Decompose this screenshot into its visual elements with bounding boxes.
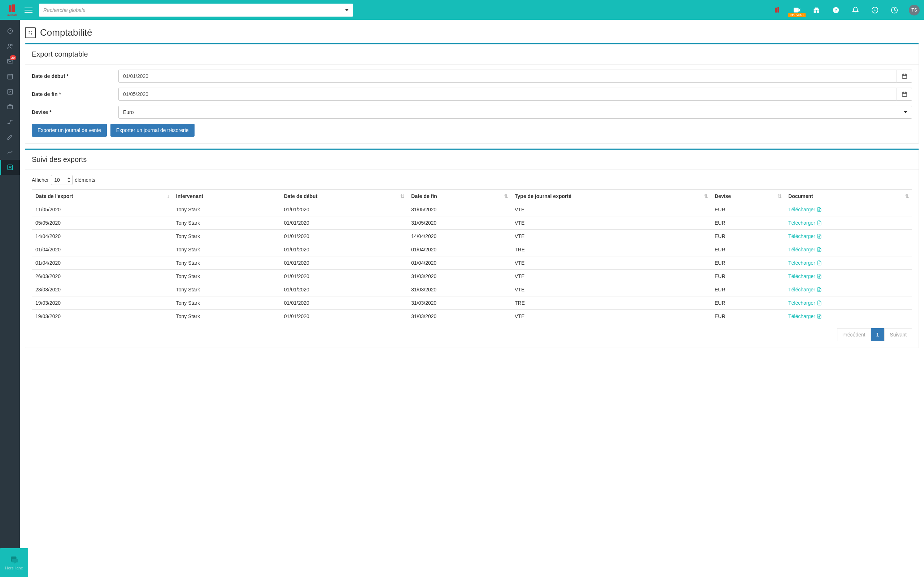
cell-date-debut: 01/01/2020 bbox=[281, 310, 408, 323]
sidebar-item-billing[interactable] bbox=[0, 114, 20, 129]
date-fin-label: Date de fin * bbox=[32, 91, 118, 97]
nouveau-badge: Nouveau bbox=[788, 13, 806, 17]
svg-marker-40 bbox=[67, 177, 71, 179]
length-value: 10 bbox=[54, 177, 60, 183]
export-vente-button[interactable]: Exporter un journal de vente bbox=[32, 124, 107, 137]
col-date-debut[interactable]: Date de début⇅ bbox=[281, 190, 408, 203]
chat-widget[interactable]: Hors ligne bbox=[0, 548, 28, 577]
chat-label: Hors ligne bbox=[5, 566, 23, 570]
sidebar-item-tasks[interactable] bbox=[0, 84, 20, 99]
topbar-actions: Nouveau ? TS bbox=[772, 5, 920, 16]
download-link[interactable]: Télécharger bbox=[788, 206, 822, 213]
sidebar-item-edit[interactable] bbox=[0, 129, 20, 145]
sort-icon: ⇅ bbox=[504, 193, 508, 199]
bell-icon[interactable] bbox=[850, 5, 861, 15]
sidebar-item-cases[interactable] bbox=[0, 99, 20, 114]
global-search-input[interactable]: Recherche globale bbox=[39, 3, 353, 16]
suivi-panel-title: Suivi des exports bbox=[25, 150, 919, 170]
devise-select[interactable]: Euro bbox=[118, 106, 912, 119]
suivi-panel: Suivi des exports Afficher 10 éléments D… bbox=[25, 148, 919, 348]
download-link[interactable]: Télécharger bbox=[788, 313, 822, 319]
page-title: Comptabilité bbox=[40, 27, 92, 38]
date-debut-input[interactable] bbox=[118, 69, 897, 82]
sort-icon: ⇅ bbox=[777, 193, 782, 199]
sidebar-item-calendar[interactable] bbox=[0, 69, 20, 84]
download-link[interactable]: Télécharger bbox=[788, 287, 822, 292]
cell-intervenant: Tony Stark bbox=[173, 243, 281, 256]
page-next-button[interactable]: Suivant bbox=[884, 328, 912, 341]
svg-rect-32 bbox=[902, 74, 907, 79]
sidebar-item-contacts[interactable] bbox=[0, 39, 20, 54]
building-icon[interactable] bbox=[772, 5, 782, 15]
cell-date-debut: 01/01/2020 bbox=[281, 216, 408, 230]
cell-date-fin: 01/04/2020 bbox=[407, 243, 511, 256]
sidebar-item-dashboard[interactable] bbox=[0, 23, 20, 39]
svg-rect-36 bbox=[902, 92, 907, 97]
cell-date-debut: 01/01/2020 bbox=[281, 297, 408, 310]
cell-date-export: 19/03/2020 bbox=[32, 297, 173, 310]
download-link[interactable]: Télécharger bbox=[788, 300, 822, 306]
svg-rect-21 bbox=[8, 165, 13, 170]
cell-type: VTE bbox=[511, 230, 711, 243]
date-debut-picker-icon[interactable] bbox=[897, 69, 912, 82]
table-row: 14/04/2020Tony Stark01/01/202014/04/2020… bbox=[32, 230, 912, 243]
svg-rect-19 bbox=[8, 105, 13, 109]
cell-date-debut: 01/01/2020 bbox=[281, 283, 408, 297]
devise-value: Euro bbox=[123, 109, 134, 115]
sidebar-item-mail[interactable]: 29 bbox=[0, 54, 20, 69]
col-date-export[interactable]: Date de l'export↓ bbox=[32, 190, 173, 203]
cell-date-fin: 31/03/2020 bbox=[407, 270, 511, 283]
sidebar-item-reports[interactable] bbox=[0, 145, 20, 160]
page-prev-button[interactable]: Précédent bbox=[837, 328, 871, 341]
download-link[interactable]: Télécharger bbox=[788, 260, 822, 266]
cell-intervenant: Tony Stark bbox=[173, 297, 281, 310]
menu-toggle-icon[interactable] bbox=[24, 6, 32, 14]
cell-date-debut: 01/01/2020 bbox=[281, 230, 408, 243]
export-tresorerie-button[interactable]: Exporter un journal de trésorerie bbox=[110, 124, 195, 137]
cell-date-fin: 01/04/2020 bbox=[407, 256, 511, 270]
exports-table: Date de l'export↓ Intervenant Date de dé… bbox=[32, 189, 912, 323]
user-avatar[interactable]: TS bbox=[909, 5, 920, 16]
cell-date-fin: 31/05/2020 bbox=[407, 203, 511, 216]
sort-desc-icon: ↓ bbox=[167, 193, 170, 199]
download-link[interactable]: Télécharger bbox=[788, 233, 822, 239]
cell-devise: EUR bbox=[711, 297, 785, 310]
help-icon[interactable]: ? bbox=[831, 5, 841, 15]
download-link[interactable]: Télécharger bbox=[788, 273, 822, 279]
table-row: 19/03/2020Tony Stark01/01/202031/03/2020… bbox=[32, 297, 912, 310]
col-devise[interactable]: Devise⇅ bbox=[711, 190, 785, 203]
export-panel-title: Export comptable bbox=[25, 44, 919, 64]
cell-type: VTE bbox=[511, 216, 711, 230]
table-row: 19/03/2020Tony Stark01/01/202031/03/2020… bbox=[32, 310, 912, 323]
table-row: 01/04/2020Tony Stark01/01/202001/04/2020… bbox=[32, 243, 912, 256]
length-suffix: éléments bbox=[75, 177, 95, 183]
cell-date-fin: 31/03/2020 bbox=[407, 310, 511, 323]
date-fin-picker-icon[interactable] bbox=[897, 88, 912, 101]
pagination: Précédent 1 Suivant bbox=[32, 328, 912, 341]
cell-intervenant: Tony Stark bbox=[173, 270, 281, 283]
sidebar-item-accounting[interactable] bbox=[0, 160, 20, 175]
video-icon[interactable]: Nouveau bbox=[792, 5, 802, 15]
cell-devise: EUR bbox=[711, 283, 785, 297]
col-date-fin[interactable]: Date de fin⇅ bbox=[407, 190, 511, 203]
col-type-journal[interactable]: Type de journal exporté⇅ bbox=[511, 190, 711, 203]
sidebar: 29 bbox=[0, 20, 20, 577]
col-document[interactable]: Document⇅ bbox=[785, 190, 912, 203]
length-select[interactable]: 10 bbox=[51, 175, 73, 185]
devise-label: Devise * bbox=[32, 109, 118, 115]
download-link[interactable]: Télécharger bbox=[788, 220, 822, 226]
clock-icon[interactable] bbox=[889, 5, 900, 15]
download-link[interactable]: Télécharger bbox=[788, 247, 822, 253]
cell-devise: EUR bbox=[711, 270, 785, 283]
cell-date-debut: 01/01/2020 bbox=[281, 203, 408, 216]
topbar: avocats Recherche globale Nouveau ? bbox=[0, 0, 924, 20]
svg-rect-14 bbox=[8, 74, 13, 79]
svg-rect-2 bbox=[775, 8, 777, 12]
export-panel: Export comptable Date de début * Date de… bbox=[25, 43, 919, 143]
plus-circle-icon[interactable] bbox=[870, 5, 880, 15]
page-current[interactable]: 1 bbox=[871, 328, 885, 341]
gift-icon[interactable] bbox=[811, 5, 822, 15]
date-fin-input[interactable] bbox=[118, 88, 897, 101]
svg-point-12 bbox=[10, 44, 12, 46]
col-intervenant[interactable]: Intervenant bbox=[173, 190, 281, 203]
